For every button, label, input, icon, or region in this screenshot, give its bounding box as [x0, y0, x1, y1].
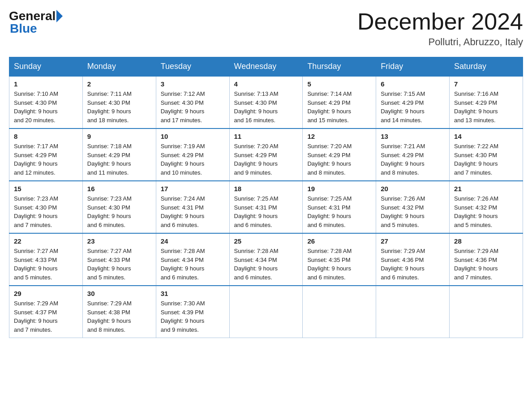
day-info: Sunrise: 7:29 AMSunset: 4:37 PMDaylight:…	[14, 300, 58, 333]
day-number: 3	[161, 80, 225, 88]
day-number: 29	[14, 290, 78, 297]
day-number: 8	[14, 133, 78, 140]
week-row-1: 1 Sunrise: 7:10 AMSunset: 4:30 PMDayligh…	[9, 76, 523, 128]
day-cell: 17 Sunrise: 7:24 AMSunset: 4:31 PMDaylig…	[156, 181, 229, 233]
logo: General Blue	[9, 9, 64, 36]
logo-arrow-icon	[56, 10, 63, 22]
day-cell	[229, 286, 303, 338]
day-number: 12	[307, 133, 371, 140]
day-number: 10	[161, 133, 225, 140]
day-info: Sunrise: 7:19 AMSunset: 4:29 PMDaylight:…	[161, 143, 205, 176]
day-number: 14	[454, 133, 518, 140]
day-cell: 3 Sunrise: 7:12 AMSunset: 4:30 PMDayligh…	[156, 76, 229, 128]
day-cell	[376, 286, 450, 338]
day-number: 9	[87, 133, 151, 140]
day-number: 22	[14, 237, 78, 245]
day-number: 5	[307, 80, 371, 88]
day-info: Sunrise: 7:18 AMSunset: 4:29 PMDaylight:…	[87, 143, 132, 176]
day-cell: 1 Sunrise: 7:10 AMSunset: 4:30 PMDayligh…	[9, 76, 83, 128]
day-cell: 2 Sunrise: 7:11 AMSunset: 4:30 PMDayligh…	[82, 76, 156, 128]
col-friday: Friday	[376, 57, 450, 77]
day-info: Sunrise: 7:28 AMSunset: 4:35 PMDaylight:…	[307, 248, 352, 281]
day-number: 26	[307, 237, 371, 245]
location-subtitle: Pollutri, Abruzzo, Italy	[357, 36, 523, 48]
day-number: 1	[14, 80, 78, 88]
day-info: Sunrise: 7:29 AMSunset: 4:36 PMDaylight:…	[381, 248, 425, 281]
day-info: Sunrise: 7:25 AMSunset: 4:31 PMDaylight:…	[234, 195, 279, 228]
day-cell: 31 Sunrise: 7:30 AMSunset: 4:39 PMDaylig…	[156, 286, 229, 338]
day-info: Sunrise: 7:22 AMSunset: 4:30 PMDaylight:…	[454, 143, 498, 176]
day-number: 16	[87, 185, 151, 193]
week-row-4: 22 Sunrise: 7:27 AMSunset: 4:33 PMDaylig…	[9, 233, 523, 286]
day-number: 21	[454, 185, 518, 193]
day-number: 23	[87, 237, 151, 245]
col-sunday: Sunday	[9, 57, 83, 77]
day-number: 11	[234, 133, 298, 140]
day-cell: 15 Sunrise: 7:23 AMSunset: 4:30 PMDaylig…	[9, 181, 83, 233]
col-monday: Monday	[82, 57, 156, 77]
day-number: 31	[161, 290, 225, 297]
day-cell: 5 Sunrise: 7:14 AMSunset: 4:29 PMDayligh…	[303, 76, 376, 128]
day-cell: 26 Sunrise: 7:28 AMSunset: 4:35 PMDaylig…	[303, 233, 376, 286]
day-number: 27	[381, 237, 445, 245]
day-number: 24	[161, 237, 225, 245]
day-cell: 10 Sunrise: 7:19 AMSunset: 4:29 PMDaylig…	[156, 128, 229, 181]
day-cell: 27 Sunrise: 7:29 AMSunset: 4:36 PMDaylig…	[376, 233, 450, 286]
day-number: 7	[454, 80, 518, 88]
day-number: 25	[234, 237, 298, 245]
day-info: Sunrise: 7:28 AMSunset: 4:34 PMDaylight:…	[161, 248, 205, 281]
page-header: General Blue December 2024 Pollutri, Abr…	[9, 9, 523, 48]
day-cell: 23 Sunrise: 7:27 AMSunset: 4:33 PMDaylig…	[82, 233, 156, 286]
day-cell: 11 Sunrise: 7:20 AMSunset: 4:29 PMDaylig…	[229, 128, 303, 181]
col-thursday: Thursday	[303, 57, 376, 77]
day-info: Sunrise: 7:26 AMSunset: 4:32 PMDaylight:…	[381, 195, 425, 228]
title-block: December 2024 Pollutri, Abruzzo, Italy	[357, 9, 523, 48]
day-cell: 20 Sunrise: 7:26 AMSunset: 4:32 PMDaylig…	[376, 181, 450, 233]
day-info: Sunrise: 7:29 AMSunset: 4:36 PMDaylight:…	[454, 248, 498, 281]
day-number: 30	[87, 290, 151, 297]
day-info: Sunrise: 7:26 AMSunset: 4:32 PMDaylight:…	[454, 195, 498, 228]
col-saturday: Saturday	[450, 57, 523, 77]
day-info: Sunrise: 7:27 AMSunset: 4:33 PMDaylight:…	[87, 248, 132, 281]
day-info: Sunrise: 7:23 AMSunset: 4:30 PMDaylight:…	[14, 195, 58, 228]
month-title: December 2024	[357, 9, 523, 34]
day-cell: 30 Sunrise: 7:29 AMSunset: 4:38 PMDaylig…	[82, 286, 156, 338]
calendar-table: Sunday Monday Tuesday Wednesday Thursday…	[9, 57, 523, 338]
day-cell: 25 Sunrise: 7:28 AMSunset: 4:34 PMDaylig…	[229, 233, 303, 286]
col-wednesday: Wednesday	[229, 57, 303, 77]
day-cell: 8 Sunrise: 7:17 AMSunset: 4:29 PMDayligh…	[9, 128, 83, 181]
day-info: Sunrise: 7:20 AMSunset: 4:29 PMDaylight:…	[234, 143, 279, 176]
day-info: Sunrise: 7:23 AMSunset: 4:30 PMDaylight:…	[87, 195, 132, 228]
day-number: 19	[307, 185, 371, 193]
week-row-2: 8 Sunrise: 7:17 AMSunset: 4:29 PMDayligh…	[9, 128, 523, 181]
day-cell: 19 Sunrise: 7:25 AMSunset: 4:31 PMDaylig…	[303, 181, 376, 233]
day-number: 15	[14, 185, 78, 193]
day-number: 17	[161, 185, 225, 193]
day-cell: 4 Sunrise: 7:13 AMSunset: 4:30 PMDayligh…	[229, 76, 303, 128]
day-number: 20	[381, 185, 445, 193]
day-info: Sunrise: 7:12 AMSunset: 4:30 PMDaylight:…	[161, 90, 205, 124]
day-cell: 6 Sunrise: 7:15 AMSunset: 4:29 PMDayligh…	[376, 76, 450, 128]
day-info: Sunrise: 7:30 AMSunset: 4:39 PMDaylight:…	[161, 300, 205, 333]
day-info: Sunrise: 7:16 AMSunset: 4:29 PMDaylight:…	[454, 90, 498, 124]
day-cell: 9 Sunrise: 7:18 AMSunset: 4:29 PMDayligh…	[82, 128, 156, 181]
day-number: 28	[454, 237, 518, 245]
day-cell	[450, 286, 523, 338]
day-info: Sunrise: 7:10 AMSunset: 4:30 PMDaylight:…	[14, 90, 58, 124]
day-cell: 22 Sunrise: 7:27 AMSunset: 4:33 PMDaylig…	[9, 233, 83, 286]
day-info: Sunrise: 7:28 AMSunset: 4:34 PMDaylight:…	[234, 248, 279, 281]
day-info: Sunrise: 7:24 AMSunset: 4:31 PMDaylight:…	[161, 195, 205, 228]
day-info: Sunrise: 7:17 AMSunset: 4:29 PMDaylight:…	[14, 143, 58, 176]
day-cell: 21 Sunrise: 7:26 AMSunset: 4:32 PMDaylig…	[450, 181, 523, 233]
day-info: Sunrise: 7:29 AMSunset: 4:38 PMDaylight:…	[87, 300, 132, 333]
day-cell: 18 Sunrise: 7:25 AMSunset: 4:31 PMDaylig…	[229, 181, 303, 233]
day-info: Sunrise: 7:14 AMSunset: 4:29 PMDaylight:…	[307, 90, 352, 124]
day-cell: 14 Sunrise: 7:22 AMSunset: 4:30 PMDaylig…	[450, 128, 523, 181]
day-info: Sunrise: 7:15 AMSunset: 4:29 PMDaylight:…	[381, 90, 425, 124]
day-number: 6	[381, 80, 445, 88]
day-cell: 28 Sunrise: 7:29 AMSunset: 4:36 PMDaylig…	[450, 233, 523, 286]
day-number: 4	[234, 80, 298, 88]
day-cell	[303, 286, 376, 338]
day-info: Sunrise: 7:27 AMSunset: 4:33 PMDaylight:…	[14, 248, 58, 281]
day-cell: 7 Sunrise: 7:16 AMSunset: 4:29 PMDayligh…	[450, 76, 523, 128]
